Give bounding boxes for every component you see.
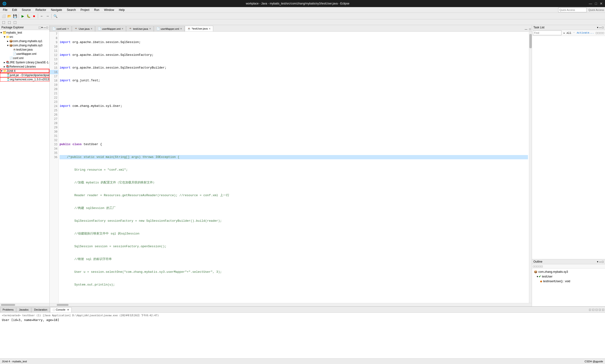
editor-min-icon[interactable]: — [524,27,528,31]
tree-item-sy1[interactable]: ▸ 📦 com.zhang.mybatis.sy1 [0,39,49,43]
outline-item-method[interactable]: ◆ testInsertUser() : void [533,279,604,284]
search-button[interactable]: 🔍 [53,13,58,19]
pkg-collapse-icon[interactable]: ⬚ [39,26,41,29]
method-icon: ◆ [540,280,542,283]
close-console[interactable]: ✕ [67,309,69,311]
menu-help[interactable]: Help [117,8,127,12]
tree-item-src[interactable]: ▾ 📁 src [0,35,49,39]
task-toolbar-icon1[interactable]: ⬚ [596,31,597,35]
tb2-btn2[interactable]: ⬚ [7,20,12,25]
tab-console[interactable]: ⬚ Console ✕ [50,307,71,312]
close-testuser-java-active[interactable]: ✕ [209,27,211,30]
close-conf-xml[interactable]: ✕ [67,27,69,30]
tab-user-java[interactable]: ☕ User.java ✕ [72,26,95,31]
menu-edit[interactable]: Edit [10,8,19,12]
stop-button[interactable]: ■ [31,13,37,19]
outline-min-icon[interactable]: — [599,260,602,263]
quick-access-input[interactable] [558,8,587,12]
task-list-content [532,36,605,259]
outline-toolbar-icon4[interactable]: ⬚ [539,265,541,268]
task-filter-all[interactable]: ▸ All [563,31,572,35]
outline-tree: 📦 com.zhang.mybatis.sy3 ▾ ✔ testUser ◆ t… [532,269,605,306]
pkg-menu-icon[interactable]: ▾ [41,26,43,29]
save-button[interactable]: 💾 [12,13,17,19]
menu-file[interactable]: File [1,8,9,12]
pkg-icon: 📦 [9,44,13,47]
tree-item-mybatis-test[interactable]: ▾ 🗂️ mybatis_test [0,30,49,35]
task-toolbar-icon4[interactable]: ⬚ [602,31,604,35]
menu-navigate[interactable]: Navigate [49,8,64,12]
tree-item-testuser[interactable]: ☕ testUser.java [0,48,49,52]
menu-project[interactable]: Project [79,8,91,12]
new-button[interactable]: ⬜ [1,13,6,19]
close-user-java[interactable]: ✕ [90,27,92,30]
tree-item-ref-lib[interactable]: ▸ 📚 Referenced Libraries [0,65,49,69]
tb2-btn1[interactable]: ⬚ [1,20,6,25]
menu-window[interactable]: Window [102,8,116,12]
pkg-max-icon[interactable]: □ [46,26,48,29]
tab-conf-xml[interactable]: 📄 conf.xml ✕ [50,26,72,31]
console-tool4[interactable]: ⬚ [598,307,601,312]
maximize-button[interactable]: □ [595,2,597,5]
tree-item-jre[interactable]: ▸ 📚 JRE System Library [JavaSE-1.8] [0,60,49,65]
editor-vertical-scrollbar[interactable] [529,32,532,303]
console-tool5[interactable]: ⬚ [602,307,605,312]
tasklist-max-icon[interactable]: □ [602,26,604,29]
expand-icon: ▾ [7,44,9,47]
code-editor[interactable]: import org.apache.ibatis.session.SqlSess… [59,32,529,303]
pkg-min-icon[interactable]: — [43,26,46,29]
tab-usermapper-xml[interactable]: 📄 userMapper.xml ✕ [95,26,126,31]
tab-testuser-java[interactable]: ☕ testUser.java ✕ [126,26,154,31]
console-tool2[interactable]: ⬚ [592,307,595,312]
back-button[interactable]: ← [39,13,44,19]
outline-menu-icon[interactable]: ▾ [597,260,598,263]
code-line-10: import org.junit.Test; [60,78,528,83]
close-button[interactable]: ✕ [600,2,603,5]
menu-refactor[interactable]: Refactor [34,8,48,12]
task-search-input[interactable] [533,30,562,35]
open-button[interactable]: 📂 [7,13,12,19]
console-tool1[interactable]: ⬚ [589,307,592,312]
tab-problems[interactable]: Problems [0,307,16,312]
tasklist-min-icon[interactable]: — [599,26,602,29]
tree-item-junit4[interactable]: ▾ 📁 JUnit 4 [0,69,49,73]
tab-testuser-java-active[interactable]: ☕ *testUser.java ✕ [185,26,213,31]
menu-source[interactable]: Source [20,8,33,12]
tab-usermapper-xml2[interactable]: 📄 userMapper.xml ✕ [154,26,185,31]
outline-max-icon[interactable]: □ [602,260,604,263]
outline-toolbar-icon1[interactable]: ⬚ [533,265,535,268]
outline-toolbar-icon3[interactable]: ⬚ [537,265,539,268]
outline-item-testuser[interactable]: ▾ ✔ testUser [533,274,604,279]
jar-icon: 🫙 [6,78,10,81]
editor-max-icon[interactable]: □ [528,27,532,31]
tab-declaration[interactable]: Declaration [31,307,50,312]
close-testuser-java[interactable]: ✕ [149,27,151,30]
task-activate[interactable]: Activate... [576,31,595,35]
outline-toolbar-icon5[interactable]: ⬚ [541,265,543,268]
minimize-button[interactable]: — [589,2,592,5]
console-tool3[interactable]: ⬚ [595,307,598,312]
tb2-btn3[interactable]: ⬚ [12,20,17,25]
tree-item-junit-jar[interactable]: 🫙 junit.jar - D:\App\eclipse\eclipse\ [0,73,49,77]
testuser-java-icon: ☕ [129,27,132,30]
tasklist-menu-icon[interactable]: ▾ [597,26,598,29]
tree-item-hamcrest[interactable]: 🫙 org.hamcrest.core_1.3.0.v20130C [0,77,49,81]
menu-run[interactable]: Run [92,8,101,12]
outline-item-package[interactable]: 📦 com.zhang.mybatis.sy3 [533,270,604,274]
editor-horizontal-scrollbar[interactable] [50,303,532,306]
run-button[interactable]: ▶ [20,13,25,19]
tab-javadoc[interactable]: Javadoc [16,307,31,312]
outline-toolbar-icon2[interactable]: ⬚ [535,265,537,268]
tree-item-sy3[interactable]: ▾ 📦 com.zhang.mybatis.sy3 [0,43,49,48]
tree-item-usermapper-xml[interactable]: 📄 userMapper.xml [0,52,49,56]
task-toolbar-icon3[interactable]: ⬚ [600,31,602,35]
task-toolbar-icon2[interactable]: ⬚ [598,31,600,35]
close-usermapper-xml[interactable]: ✕ [121,27,123,30]
tree-item-conf[interactable]: 📄 conf.xml [0,56,49,60]
forward-button[interactable]: → [45,13,50,19]
menu-search[interactable]: Search [65,8,78,12]
close-usermapper-xml2[interactable]: ✕ [180,27,182,30]
console-output: User [id=3, name=Harry, age=18] [2,318,603,322]
code-line-27 [60,296,528,300]
debug-button[interactable]: 🐛 [26,13,31,19]
